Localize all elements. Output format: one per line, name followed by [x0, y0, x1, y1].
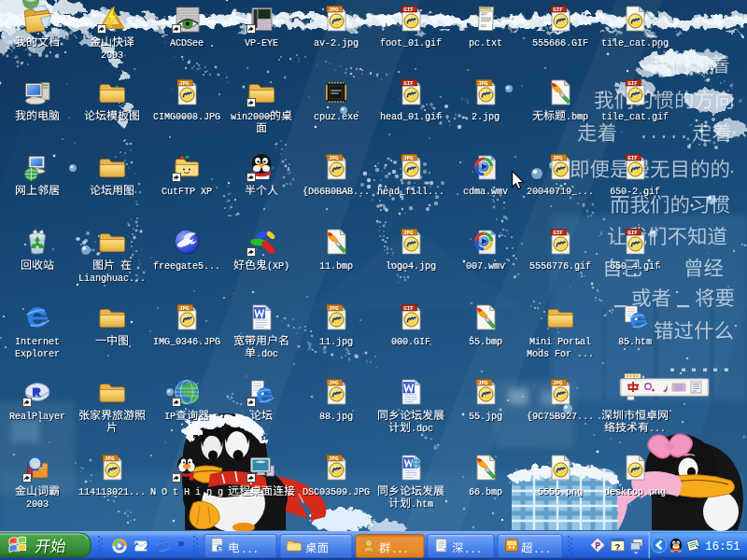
svg-text:freegate5...: freegate5...: [153, 261, 220, 272]
svg-text:000.GIF: 000.GIF: [391, 337, 430, 347]
svg-text:.doc: .doc: [411, 424, 433, 434]
svg-text:N O t H i n g: N O t H i n g: [150, 487, 223, 497]
svg-text:...: ...: [533, 544, 551, 555]
svg-text:tile_cat.png: tile_cat.png: [601, 38, 669, 49]
svg-text:{D66B0BAB...: {D66B0BAB...: [303, 187, 370, 197]
svg-text:...: ...: [241, 544, 259, 555]
svg-text:DSC03509.JPG: DSC03509.JPG: [303, 487, 370, 497]
svg-text:av-2.jpg: av-2.jpg: [314, 38, 359, 49]
svg-text:»: »: [177, 537, 185, 551]
svg-text:head_01.gif: head_01.gif: [380, 112, 442, 122]
svg-text:head_fill...: head_fill...: [377, 187, 444, 197]
svg-text:logo4.jpg: logo4.jpg: [386, 261, 436, 272]
svg-text:VP-EYE: VP-EYE: [245, 38, 278, 49]
svg-text:P: P: [595, 541, 600, 552]
svg-text:IP: IP: [164, 412, 176, 422]
svg-text:.....: .....: [639, 124, 689, 143]
svg-text:Mods For ...: Mods For ...: [527, 349, 594, 359]
svg-text:007.wmv: 007.wmv: [466, 261, 505, 272]
svg-text:tile_cat.gif: tile_cat.gif: [601, 112, 669, 122]
svg-text:Lianghuac...: Lianghuac...: [78, 273, 146, 284]
svg-text:114113021...: 114113021...: [78, 487, 146, 497]
svg-text:.htm: .htm: [411, 499, 433, 510]
svg-text:(XP): (XP): [267, 261, 289, 272]
svg-text:88.jpg: 88.jpg: [319, 412, 353, 422]
svg-text:650_4.gif: 650_4.gif: [610, 261, 660, 272]
svg-text:85.htm: 85.htm: [618, 337, 652, 347]
svg-text:650-2.gif: 650-2.gif: [610, 187, 660, 197]
svg-text:55.bmp: 55.bmp: [469, 337, 502, 347]
svg-text:{9C75B927...: {9C75B927...: [527, 412, 594, 422]
svg-text:...: ...: [391, 544, 409, 555]
svg-text:?: ?: [615, 542, 621, 553]
svg-text:20040719_...: 20040719_...: [527, 187, 594, 197]
svg-text:5555.png: 5555.png: [538, 487, 583, 497]
svg-text:cdma.wmv: cdma.wmv: [463, 187, 508, 197]
svg-text:2.jpg: 2.jpg: [472, 112, 500, 122]
svg-text:66.bmp: 66.bmp: [469, 487, 502, 497]
svg-text:55.jpg: 55.jpg: [469, 412, 502, 422]
svg-text:cpuz.exe: cpuz.exe: [314, 112, 359, 122]
svg-text:pc.txt: pc.txt: [469, 38, 502, 49]
svg-text:.doc: .doc: [256, 349, 278, 359]
svg-text:...: ...: [649, 424, 666, 434]
svg-text:foot_01.gif: foot_01.gif: [380, 38, 442, 49]
svg-text:11.jpg: 11.jpg: [319, 337, 353, 347]
svg-text:2003: 2003: [26, 499, 49, 510]
svg-text:Mini Portal: Mini Portal: [529, 337, 591, 347]
svg-text:CIMG0008.JPG: CIMG0008.JPG: [153, 112, 220, 122]
svg-text:11.bmp: 11.bmp: [319, 261, 353, 272]
svg-text:desktop.png: desktop.png: [604, 487, 666, 497]
svg-text:win2000: win2000: [231, 112, 270, 122]
svg-text:5556776.gif: 5556776.gif: [529, 261, 591, 272]
svg-text:Internet: Internet: [15, 337, 60, 347]
svg-text:CutFTP XP: CutFTP XP: [162, 187, 212, 197]
svg-text:.bmp: .bmp: [566, 112, 588, 122]
svg-text:2003: 2003: [101, 50, 123, 61]
svg-text:16:51: 16:51: [705, 540, 740, 553]
svg-text:555666.GIF: 555666.GIF: [532, 38, 588, 49]
svg-text:ACDSee: ACDSee: [170, 38, 204, 49]
svg-text:RealPlayer: RealPlayer: [9, 412, 65, 422]
svg-text:Explorer: Explorer: [15, 349, 60, 359]
svg-text:...: ...: [464, 544, 482, 555]
svg-text:IMG_0346.JPG: IMG_0346.JPG: [153, 337, 220, 347]
